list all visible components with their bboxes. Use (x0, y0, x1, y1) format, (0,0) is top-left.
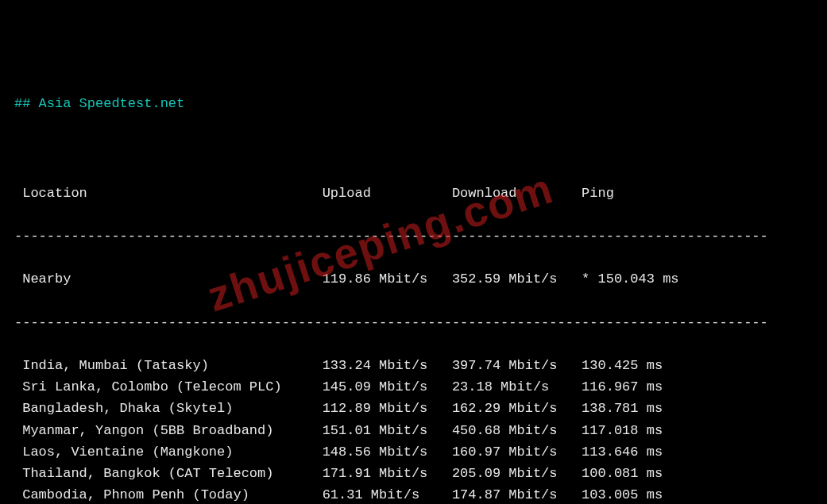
divider-nearby: ----------------------------------------… (14, 312, 813, 333)
nearby-row: Nearby 119.86 Mbit/s 352.59 Mbit/s * 150… (14, 268, 813, 290)
table-row: Myanmar, Yangon (5BB Broadband) 151.01 M… (14, 420, 813, 441)
blank-line (14, 139, 813, 160)
table-header-row: Location Upload Download Ping (14, 183, 813, 204)
table-row: Sri Lanka, Colombo (Telecom PLC) 145.09 … (14, 376, 813, 398)
table-row: Bangladesh, Dhaka (Skytel) 112.89 Mbit/s… (14, 398, 813, 419)
table-row: Laos, Vientaine (Mangkone) 148.56 Mbit/s… (14, 441, 813, 463)
table-row: Thailand, Bangkok (CAT Telecom) 171.91 M… (14, 463, 813, 484)
table-row: India, Mumbai (Tatasky) 133.24 Mbit/s 39… (14, 355, 813, 376)
terminal-title: ## Asia Speedtest.net (14, 93, 813, 114)
table-row: Cambodia, Phnom Penh (Today) 61.31 Mbit/… (14, 484, 813, 504)
divider-top: ----------------------------------------… (14, 225, 813, 247)
